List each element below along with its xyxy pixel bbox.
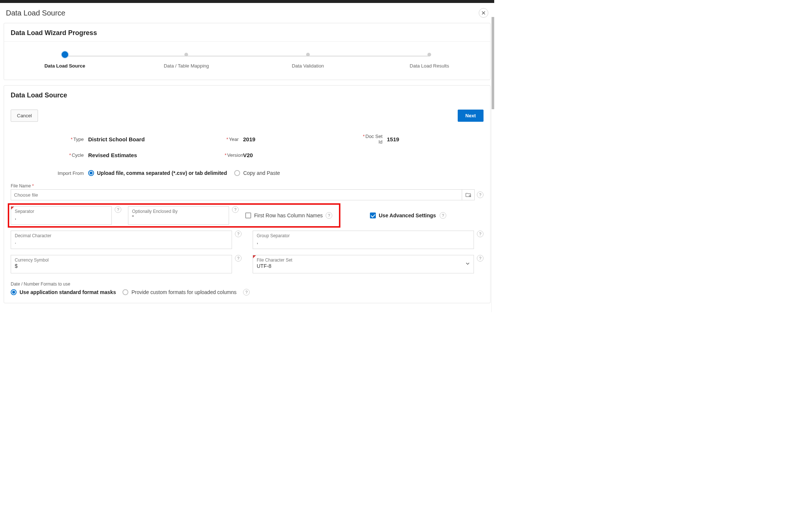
enclosed-by-input[interactable]: Optionally Enclosed By " [128,206,229,225]
currency-symbol-input[interactable]: Currency Symbol $ [11,255,232,273]
radio-unchecked-icon [234,170,240,176]
wizard-dot-active-icon [62,51,68,58]
wizard-step-2[interactable]: Data / Table Mapping [126,53,247,69]
wizard-dot-icon [427,53,431,56]
advanced-help-icon[interactable]: ? [440,212,446,219]
wizard-step-1[interactable]: Data Load Source [4,53,126,69]
type-value: District School Board [88,136,225,142]
file-name-placeholder: Choose file [14,192,38,198]
window-top-bar [0,0,494,3]
wizard-progress: Data Load Source Data / Table Mapping Da… [4,42,490,80]
file-browse-button[interactable] [462,189,475,200]
file-name-input[interactable]: Choose file [11,189,462,200]
folder-search-icon [465,192,471,197]
radio-unchecked-icon [122,289,128,295]
decimal-character-input[interactable]: Decimal Character . [11,231,232,249]
date-format-label: Date / Number Formats to use [11,281,484,287]
radio-checked-icon [11,289,17,295]
checkbox-unchecked-icon [245,213,251,218]
section-title: Data Load Source [4,86,490,104]
import-upload-radio[interactable]: Upload file, comma separated (*.csv) or … [88,170,227,176]
wizard-step-4[interactable]: Data Load Results [369,53,491,69]
close-icon [482,11,485,15]
group-separator-input[interactable]: Group Separator , [253,231,474,249]
wizard-header: Data Load Wizard Progress [4,23,490,42]
close-button[interactable] [479,8,488,18]
wizard-dot-icon [306,53,310,56]
date-format-standard-radio[interactable]: Use application standard format masks [11,289,116,295]
vertical-scrollbar[interactable] [491,17,494,312]
group-help-icon[interactable]: ? [477,231,484,237]
checkbox-checked-icon [370,213,376,218]
next-button[interactable]: Next [458,110,484,122]
import-from-label: Import From [11,170,88,176]
chevron-down-icon [465,262,470,267]
docset-value: 1519 [387,136,453,142]
date-format-help-icon[interactable]: ? [243,289,250,296]
version-label: *Version [225,152,243,158]
cycle-value: Revised Estimates [88,152,225,158]
dialog-title: Data Load Source [6,9,65,17]
version-value: V20 [243,152,361,158]
first-row-help-icon[interactable]: ? [326,212,332,219]
docset-label: *Doc Set Id [361,134,387,145]
currency-help-icon[interactable]: ? [235,255,242,262]
year-label: *Year [225,137,243,142]
first-row-checkbox[interactable]: First Row has Column Names [245,213,323,218]
import-paste-radio[interactable]: Copy and Paste [234,170,280,176]
file-name-label: File Name [11,183,484,189]
year-value: 2019 [243,136,361,142]
svg-line-1 [470,196,471,197]
cancel-button[interactable]: Cancel [11,110,38,122]
charset-help-icon[interactable]: ? [477,255,484,262]
file-charset-select[interactable]: File Character Set UTF-8 [253,255,474,273]
enclosed-by-help-icon[interactable]: ? [232,206,239,213]
file-name-help-icon[interactable]: ? [477,191,484,198]
radio-checked-icon [88,170,94,176]
decimal-help-icon[interactable]: ? [235,231,242,237]
separator-input[interactable]: Separator , [11,206,112,225]
cycle-label: *Cycle [11,152,88,158]
wizard-step-3[interactable]: Data Validation [247,53,369,69]
type-label: *Type [11,137,88,142]
separator-help-icon[interactable]: ? [115,206,121,213]
date-format-custom-radio[interactable]: Provide custom formats for uploaded colu… [122,289,236,295]
advanced-settings-checkbox[interactable]: Use Advanced Settings [370,213,436,218]
